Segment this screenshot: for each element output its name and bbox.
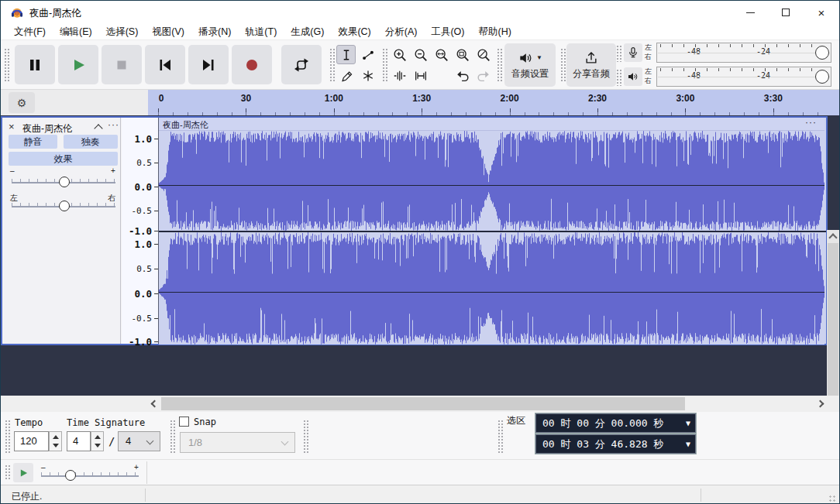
share-audio-button[interactable]: 分享音频 bbox=[566, 43, 616, 87]
scroll-up-icon[interactable] bbox=[828, 233, 837, 242]
audio-setup-toolbar-grip[interactable] bbox=[497, 48, 502, 82]
record-button[interactable] bbox=[232, 45, 272, 84]
time-signature-toolbar-grip[interactable] bbox=[5, 420, 10, 454]
tempo-spinner[interactable] bbox=[49, 431, 62, 451]
recording-meter-grip[interactable] bbox=[616, 45, 621, 62]
track-collapse-icon[interactable] bbox=[94, 124, 102, 132]
envelope-tool-button[interactable] bbox=[358, 45, 377, 64]
zoom-selection-button[interactable] bbox=[432, 45, 451, 64]
menu-analyze[interactable]: 分析(A) bbox=[378, 26, 425, 39]
selection-toolbar-grip[interactable] bbox=[497, 420, 503, 454]
snap-interval-select[interactable]: 1/8 bbox=[180, 432, 295, 453]
silence-selection-button[interactable] bbox=[411, 66, 430, 85]
play-button[interactable] bbox=[58, 45, 98, 84]
clip-menu-icon[interactable]: ··· bbox=[805, 117, 817, 128]
draw-tool-button[interactable] bbox=[336, 66, 356, 85]
timeline-row: ⚙ 0301:001:302:002:303:003:30 bbox=[1, 90, 839, 115]
resize-grip[interactable] bbox=[828, 495, 836, 502]
pan-slider-thumb[interactable] bbox=[59, 201, 70, 211]
audio-clip[interactable]: 夜曲-周杰伦 ··· bbox=[159, 118, 826, 344]
track-menu-icon[interactable]: ··· bbox=[108, 119, 119, 130]
gain-slider-thumb[interactable] bbox=[59, 177, 70, 187]
record-meter-bar[interactable]: -48 -24 bbox=[656, 43, 831, 63]
track-close-icon[interactable]: × bbox=[9, 121, 15, 132]
spin-down-icon[interactable] bbox=[95, 444, 101, 447]
selection-tool-button[interactable] bbox=[336, 45, 356, 64]
record-volume-slider[interactable] bbox=[815, 46, 829, 60]
time-signature-lower-select[interactable]: 4 bbox=[118, 431, 160, 451]
zoom-in-button[interactable] bbox=[390, 45, 409, 64]
speed-slider[interactable] bbox=[41, 475, 139, 477]
play-volume-slider[interactable] bbox=[815, 70, 829, 84]
time-toolbar-grip[interactable] bbox=[303, 420, 308, 454]
loop-button[interactable] bbox=[281, 45, 322, 84]
skip-to-start-icon bbox=[157, 57, 174, 74]
play-meter-button[interactable] bbox=[624, 67, 642, 86]
menu-transport[interactable]: 播录(N) bbox=[191, 26, 238, 39]
play-meter-bar[interactable]: -48 -24 bbox=[656, 67, 831, 87]
redo-button[interactable] bbox=[473, 66, 493, 85]
horizontal-scrollbar[interactable] bbox=[1, 396, 839, 412]
selection-end-display[interactable]: 00 时 03 分 46.828 秒 ▼ bbox=[535, 434, 696, 454]
play-meter-channel-labels: 左 右 bbox=[645, 67, 652, 85]
zoom-fit-project-button[interactable] bbox=[453, 45, 472, 64]
menu-select[interactable]: 选择(S) bbox=[99, 26, 146, 39]
vertical-ruler[interactable]: 1.00.50.0-0.5-1.01.00.50.0-0.5-1.0 bbox=[122, 118, 159, 344]
zoom-out-button[interactable] bbox=[411, 45, 430, 64]
menu-file[interactable]: 文件(F) bbox=[7, 26, 53, 39]
transport-toolbar-grip[interactable] bbox=[4, 48, 9, 82]
share-toolbar-grip[interactable] bbox=[560, 48, 566, 82]
playback-meter-grip[interactable] bbox=[616, 69, 621, 86]
waveform-left-channel[interactable] bbox=[159, 131, 825, 231]
menu-help[interactable]: 帮助(H) bbox=[471, 26, 518, 39]
horizontal-scrollbar-thumb[interactable] bbox=[161, 397, 685, 410]
edit-toolbar-grip[interactable] bbox=[382, 48, 387, 82]
toolbar-separator bbox=[146, 461, 147, 484]
play-at-speed-grip[interactable] bbox=[5, 465, 10, 481]
scroll-right-icon[interactable] bbox=[817, 400, 825, 408]
spin-up-icon[interactable] bbox=[53, 435, 59, 439]
menu-tools[interactable]: 工具(O) bbox=[424, 26, 471, 39]
menu-view[interactable]: 视图(V) bbox=[145, 26, 191, 39]
skip-to-end-button[interactable] bbox=[188, 45, 229, 84]
audio-setup-button[interactable]: ▼ 音频设置 bbox=[504, 43, 556, 87]
menu-effect[interactable]: 效果(C) bbox=[331, 26, 377, 39]
spin-up-icon[interactable] bbox=[95, 435, 101, 439]
trim-outside-selection-button[interactable] bbox=[390, 66, 409, 85]
speaker-icon bbox=[518, 50, 533, 66]
status-separator bbox=[701, 489, 701, 502]
record-meter-button[interactable] bbox=[624, 43, 642, 62]
solo-button[interactable]: 独奏 bbox=[64, 135, 118, 149]
close-button[interactable]: × bbox=[804, 1, 839, 24]
multi-tool-button[interactable] bbox=[358, 66, 377, 85]
snap-checkbox[interactable] bbox=[179, 417, 189, 427]
clip-header[interactable]: 夜曲-周杰伦 ··· bbox=[159, 118, 825, 131]
snapping-toolbar-grip[interactable] bbox=[170, 420, 175, 454]
menu-generate[interactable]: 生成(G) bbox=[284, 26, 331, 39]
time-signature-upper-input[interactable]: 4 bbox=[67, 431, 91, 451]
skip-to-start-button[interactable] bbox=[145, 45, 185, 84]
menu-tracks[interactable]: 轨道(T) bbox=[238, 26, 284, 39]
time-signature-spinner[interactable] bbox=[91, 431, 104, 451]
tempo-input[interactable]: 120 bbox=[14, 431, 49, 451]
pause-button[interactable] bbox=[15, 45, 55, 84]
maximize-button[interactable] bbox=[768, 1, 804, 24]
scroll-left-icon[interactable] bbox=[151, 400, 159, 408]
mute-button[interactable]: 静音 bbox=[9, 135, 57, 149]
zoom-toggle-button[interactable] bbox=[473, 45, 493, 64]
track-name[interactable]: 夜曲-周杰伦 bbox=[22, 122, 72, 135]
waveform-right-channel[interactable] bbox=[159, 232, 825, 345]
effects-button[interactable]: 效果 bbox=[9, 152, 118, 166]
menu-edit[interactable]: 编辑(E) bbox=[53, 26, 99, 39]
time-signature-label: Time Signature bbox=[67, 417, 145, 428]
minimize-button[interactable] bbox=[732, 1, 768, 24]
speed-slider-thumb[interactable] bbox=[65, 470, 76, 481]
selection-start-display[interactable]: 00 时 00 分 00.000 秒 ▼ bbox=[535, 413, 696, 433]
spin-down-icon[interactable] bbox=[53, 444, 59, 447]
undo-button[interactable] bbox=[453, 66, 472, 85]
play-at-speed-button[interactable] bbox=[13, 463, 33, 482]
tools-toolbar-grip[interactable] bbox=[329, 48, 335, 82]
timeline-options-button[interactable]: ⚙ bbox=[9, 92, 35, 113]
timeline-ruler[interactable]: 0301:001:302:002:303:003:30 bbox=[148, 90, 839, 115]
stop-button[interactable] bbox=[102, 45, 142, 84]
